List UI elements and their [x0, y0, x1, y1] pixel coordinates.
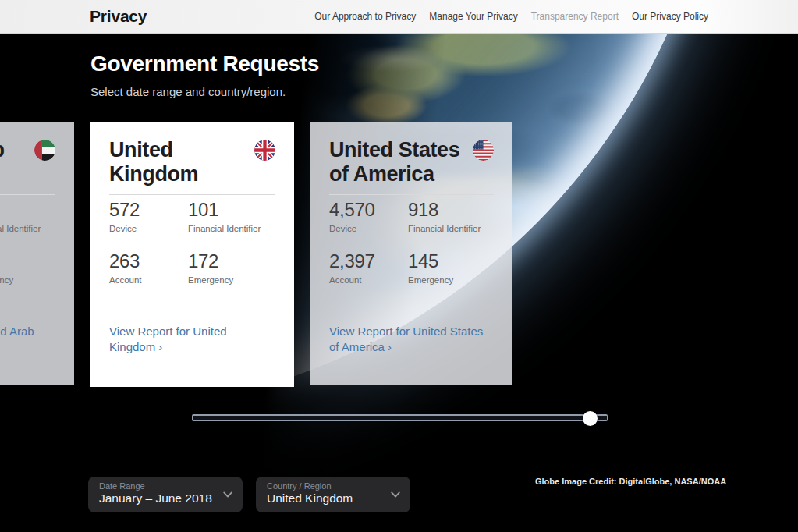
card-header: United States of America	[329, 138, 494, 186]
view-report-link-uk[interactable]: View Report for United Kingdom ›	[109, 324, 275, 355]
nav-link-our-approach[interactable]: Our Approach to Privacy	[314, 11, 416, 22]
stat-device: 4,570Device	[329, 199, 408, 233]
stat-financial-identifier: 918Financial Identifier	[408, 199, 481, 233]
stat-financial-identifier: Financial Identifier	[0, 199, 41, 233]
country-title: United Arab Emirates	[0, 138, 26, 186]
stat-financial-identifier: 101Financial Identifier	[188, 199, 261, 233]
country-card-united-states: United States of America 4,570Device 918…	[310, 122, 512, 385]
top-navbar: Privacy Our Approach to Privacy Manage Y…	[0, 0, 798, 34]
view-report-link-uae[interactable]: View Report for United Arab Emirates ›	[0, 324, 55, 355]
stat-device: 572Device	[109, 199, 188, 233]
nav-link-manage-privacy[interactable]: Manage Your Privacy	[429, 11, 517, 22]
card-header: United Kingdom	[109, 138, 275, 186]
country-region-value: United Kingdom	[267, 491, 384, 505]
stat-emergency: 145Emergency	[408, 250, 481, 285]
chevron-down-icon	[222, 489, 233, 500]
card-divider	[329, 194, 494, 195]
stats-grid: 4,570Device 918Financial Identifier 2,39…	[329, 199, 481, 302]
privacy-brand-link[interactable]: Privacy	[90, 7, 147, 26]
date-range-value: January – June 2018	[99, 491, 216, 505]
page-subtitle: Select date range and country/region.	[90, 85, 319, 98]
date-range-dropdown[interactable]: Date Range January – June 2018	[88, 477, 243, 512]
country-title: United Kingdom	[109, 138, 246, 186]
country-card-united-kingdom: United Kingdom 572Device 101Financial Id…	[90, 122, 294, 387]
card-header: United Arab Emirates	[0, 138, 55, 186]
card-divider	[0, 194, 55, 195]
stats-grid: 572Device 101Financial Identifier 263Acc…	[109, 199, 261, 302]
country-region-dropdown[interactable]: Country / Region United Kingdom	[256, 477, 410, 512]
nav-link-transparency-report[interactable]: Transparency Report	[531, 11, 619, 22]
dropdown-label: Country / Region	[267, 481, 384, 491]
slider-thumb[interactable]	[583, 411, 598, 426]
stat-emergency: Emergency	[0, 250, 41, 285]
stat-account: 2,397Account	[329, 250, 408, 285]
stat-emergency: 172Emergency	[188, 250, 261, 285]
nav-link-privacy-policy[interactable]: Our Privacy Policy	[632, 11, 708, 22]
uae-flag-icon	[34, 140, 55, 161]
privacy-transparency-page: Privacy Our Approach to Privacy Manage Y…	[0, 0, 798, 532]
date-range-slider[interactable]	[192, 414, 608, 421]
nav-links: Our Approach to Privacy Manage Your Priv…	[314, 11, 708, 22]
card-divider	[109, 194, 275, 195]
stat-account: 263Account	[109, 250, 188, 285]
hero-section: Government Requests Select date range an…	[90, 51, 319, 98]
country-title: United States of America	[329, 138, 466, 186]
uk-flag-icon	[254, 140, 275, 161]
page-title: Government Requests	[90, 51, 319, 76]
dropdown-label: Date Range	[99, 481, 216, 491]
view-report-link-usa[interactable]: View Report for United States of America…	[329, 324, 495, 355]
stats-grid: Device Financial Identifier Account Emer…	[0, 199, 41, 302]
country-card-united-arab-emirates: United Arab Emirates Device Financial Id…	[0, 122, 74, 385]
globe-image-credit: Globe Image Credit: DigitalGlobe, NASA/N…	[535, 477, 726, 486]
us-flag-icon	[473, 140, 494, 161]
chevron-down-icon	[390, 489, 401, 500]
